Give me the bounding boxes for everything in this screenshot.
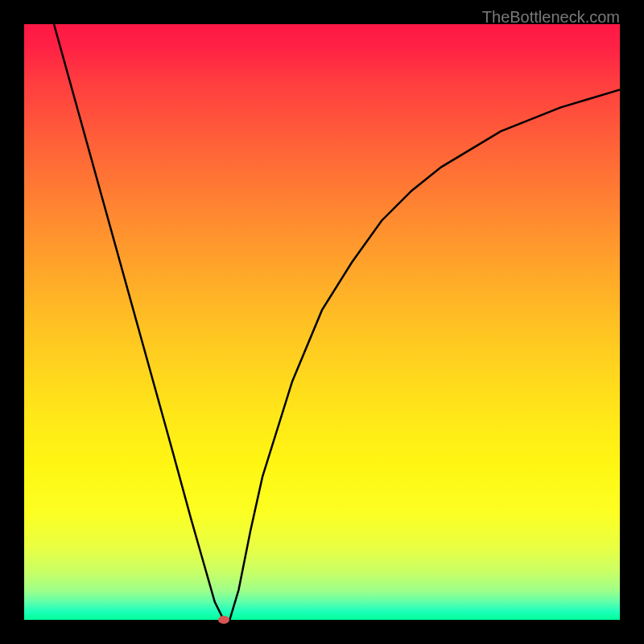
bottleneck-curve <box>24 24 620 620</box>
chart-plot-area <box>24 24 620 620</box>
optimal-point-marker <box>218 616 229 624</box>
watermark-text: TheBottleneck.com <box>482 8 620 27</box>
